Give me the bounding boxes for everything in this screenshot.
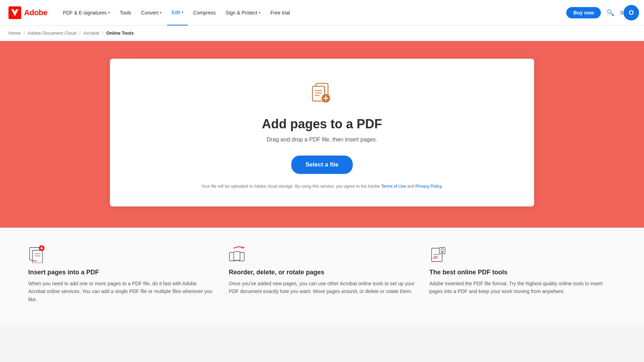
hero-background: Add pages to a PDF Drag and drop a PDF f… xyxy=(0,41,644,228)
breadcrumb-separator: / xyxy=(79,30,81,36)
breadcrumb-current: Online Tools xyxy=(106,30,134,36)
chevron-down-icon: ▾ xyxy=(160,11,162,14)
privacy-policy-link[interactable]: Privacy Policy xyxy=(415,184,441,189)
breadcrumb-document-cloud[interactable]: Adobe Document Cloud xyxy=(28,30,76,36)
nav-item-sign-protect[interactable]: Sign & Protect ▾ xyxy=(221,0,265,25)
reorder-pages-icon xyxy=(229,245,250,263)
svg-rect-22 xyxy=(234,252,240,260)
features-section: PDF Insert pages into a PDF When you nee… xyxy=(0,228,644,325)
adobe-wordmark: Adobe xyxy=(24,8,47,17)
feature-insert-pages: PDF Insert pages into a PDF When you nee… xyxy=(28,245,215,303)
feature-title-reorder: Reorder, delete, or rotate pages xyxy=(229,269,324,276)
feature-title-insert: Insert pages into a PDF xyxy=(28,269,99,276)
nav-item-edit[interactable]: Edit ▾ xyxy=(167,0,187,25)
add-pages-icon xyxy=(308,80,336,108)
terms-of-use-link[interactable]: Terms of Use xyxy=(381,184,406,189)
insert-pages-icon: PDF xyxy=(28,245,46,263)
search-icon[interactable]: 🔍 xyxy=(607,9,614,17)
nav-items: PDF & E-signatures ▾ Tools Convert ▾ Edi… xyxy=(59,0,566,25)
chevron-down-icon: ▾ xyxy=(108,11,110,14)
nav-item-convert[interactable]: Convert ▾ xyxy=(137,0,166,25)
hero-subtitle: Drag and drop a PDF file, then insert pa… xyxy=(267,136,377,143)
nav-item-pdf-esignatures[interactable]: PDF & E-signatures ▾ xyxy=(59,0,114,25)
svg-rect-24 xyxy=(439,247,445,254)
adobe-logo-icon xyxy=(8,6,21,19)
navbar: Adobe PDF & E-signatures ▾ Tools Convert… xyxy=(0,0,644,25)
feature-title-best-tools: The best online PDF tools xyxy=(429,269,508,276)
breadcrumb-home[interactable]: Home xyxy=(8,30,21,36)
hero-card: Add pages to a PDF Drag and drop a PDF f… xyxy=(110,59,534,206)
best-tools-icon: PDF xyxy=(429,245,447,263)
breadcrumb-acrobat[interactable]: Acrobat xyxy=(83,30,99,36)
feature-desc-insert: When you need to add one or more pages t… xyxy=(28,280,215,303)
nav-item-tools[interactable]: Tools xyxy=(116,0,136,25)
feature-best-tools: PDF The best online PDF tools Adobe inve… xyxy=(429,245,616,303)
feature-desc-reorder: Once you've added new pages, you can use… xyxy=(229,280,415,296)
svg-rect-25 xyxy=(441,251,443,253)
breadcrumb: Home / Adobe Document Cloud / Acrobat / … xyxy=(0,25,644,41)
nav-item-free-trial[interactable]: Free trial xyxy=(266,0,294,25)
chevron-down-icon: ▾ xyxy=(259,11,260,14)
feature-desc-best-tools: Adobe invented the PDF file format. Try … xyxy=(429,280,616,296)
breadcrumb-separator: / xyxy=(102,30,104,36)
svg-text:PDF: PDF xyxy=(433,257,437,259)
hero-notice: Your file will be uploaded to Adobe clou… xyxy=(201,184,443,189)
buy-now-button[interactable]: Buy now xyxy=(566,7,601,18)
select-file-button[interactable]: Select a file xyxy=(291,156,353,174)
breadcrumb-separator: / xyxy=(24,30,25,36)
nav-item-compress[interactable]: Compress xyxy=(189,0,220,25)
brand-logo[interactable]: Adobe xyxy=(8,6,47,19)
hero-title: Add pages to a PDF xyxy=(262,117,382,132)
svg-text:PDF: PDF xyxy=(33,260,37,262)
chevron-down-icon: ▾ xyxy=(182,10,183,14)
feature-reorder-pages: Reorder, delete, or rotate pages Once yo… xyxy=(229,245,415,303)
adobe-circle-button[interactable]: O xyxy=(623,5,639,21)
